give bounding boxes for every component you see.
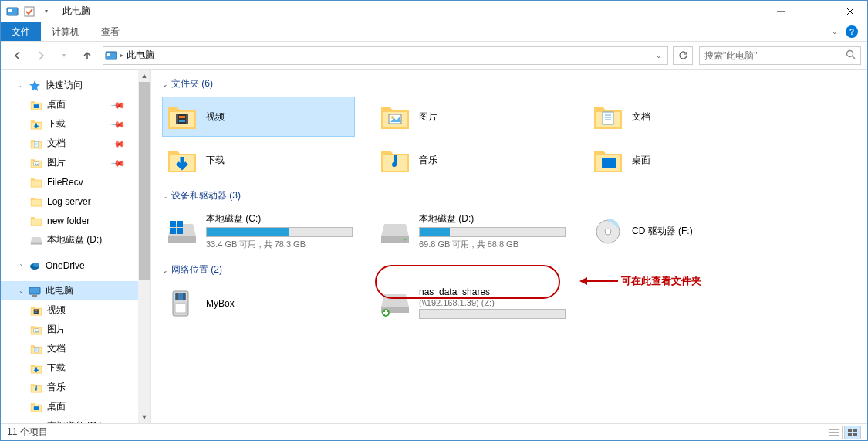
up-button[interactable] <box>76 46 98 66</box>
folder-tile[interactable]: 文档 <box>588 97 781 137</box>
downloads-icon <box>166 144 198 176</box>
network-tile[interactable]: nas_data_shares(\\192.168.1.39) (Z:) <box>375 283 568 324</box>
maximize-button[interactable] <box>798 1 833 22</box>
sidebar-item-folder[interactable]: FileRecv <box>1 172 138 192</box>
scroll-down-icon[interactable]: ▼ <box>138 411 150 423</box>
chevron-down-icon[interactable]: ⌄ <box>18 287 24 294</box>
sidebar-scrollbar[interactable]: ▲ ▼ <box>138 70 150 423</box>
folder-tile[interactable]: 音乐 <box>375 140 568 180</box>
sidebar-item-documents[interactable]: 文档 <box>1 339 138 358</box>
tab-computer[interactable]: 计算机 <box>41 22 90 41</box>
svg-point-18 <box>35 162 36 164</box>
netdrive-icon <box>379 287 411 320</box>
drive-label: CD 驱动器 (F:) <box>632 225 777 238</box>
sidebar-item-drive[interactable]: 本地磁盘 (D:) <box>1 230 138 249</box>
folder-tile[interactable]: 图片 <box>375 97 568 137</box>
view-details-button[interactable] <box>826 426 843 439</box>
sidebar-item-folder[interactable]: new folder <box>1 211 138 230</box>
title-bar: ▾ 此电脑 <box>1 1 867 22</box>
ribbon-expand-icon[interactable]: ⌄ <box>832 28 838 36</box>
sidebar-item-pictures[interactable]: 图片 <box>1 320 138 339</box>
folder-tile[interactable]: 桌面 <box>588 140 781 180</box>
search-box[interactable] <box>699 46 861 65</box>
pictures-icon <box>379 100 411 133</box>
chevron-right-icon[interactable]: › <box>18 262 24 269</box>
folder-tile[interactable]: 下载 <box>162 140 355 180</box>
sidebar-item-label: 文档 <box>47 137 108 150</box>
search-icon <box>846 49 856 62</box>
scroll-up-icon[interactable]: ▲ <box>138 70 150 82</box>
sidebar-onedrive[interactable]: › OneDrive <box>1 256 138 275</box>
svg-rect-75 <box>853 433 857 436</box>
sidebar-item-downloads[interactable]: 下载📌 <box>1 114 138 134</box>
network-label: nas_data_shares <box>419 287 566 297</box>
svg-rect-53 <box>177 221 183 227</box>
sidebar-item-music[interactable]: 音乐 <box>1 378 138 397</box>
status-text: 11 个项目 <box>7 426 48 439</box>
sidebar-item-documents[interactable]: 文档📌 <box>1 134 138 153</box>
sidebar-quick-access[interactable]: ⌄ 快速访问 <box>1 76 138 95</box>
network-tile[interactable]: MyBox <box>162 283 355 324</box>
sidebar-this-pc[interactable]: ⌄ 此电脑 <box>1 281 138 300</box>
sidebar-item-desktop[interactable]: 桌面 <box>1 397 138 416</box>
close-button[interactable] <box>833 1 867 22</box>
address-bar[interactable]: ▸ 此电脑 ⌄ <box>103 46 668 65</box>
chevron-down-icon[interactable]: ⌄ <box>162 266 168 274</box>
back-button[interactable] <box>7 46 29 66</box>
view-tiles-button[interactable] <box>844 426 861 439</box>
tab-file[interactable]: 文件 <box>1 22 41 41</box>
drive-tile[interactable]: CD 驱动器 (F:) <box>588 209 781 254</box>
sidebar-item-pictures[interactable]: 图片📌 <box>1 153 138 172</box>
svg-point-59 <box>605 229 611 235</box>
svg-line-10 <box>853 56 856 59</box>
recent-dropdown-icon[interactable]: ▾ <box>53 46 75 66</box>
tab-view[interactable]: 查看 <box>90 22 130 41</box>
sidebar-item-downloads[interactable]: 下载 <box>1 358 138 378</box>
group-header-network[interactable]: ⌄ 网络位置 (2) <box>162 263 864 276</box>
chevron-down-icon[interactable]: ⌄ <box>162 192 168 200</box>
downloads-icon <box>30 362 42 375</box>
chevron-down-icon[interactable]: ⌄ <box>162 80 168 88</box>
svg-rect-73 <box>853 429 857 432</box>
sidebar-item-folder[interactable]: Log server <box>1 192 138 211</box>
forward-button[interactable] <box>30 46 52 66</box>
folder-label: 下载 <box>206 154 351 167</box>
folder-icon <box>30 195 42 208</box>
network-grid: MyBoxnas_data_shares(\\192.168.1.39) (Z:… <box>162 283 864 324</box>
drive-tile[interactable]: 本地磁盘 (D:)69.8 GB 可用 , 共 88.8 GB <box>375 209 568 254</box>
sidebar-item-videos[interactable]: 视频 <box>1 300 138 320</box>
svg-rect-26 <box>34 309 35 314</box>
sidebar-item-label: 图片 <box>47 156 108 169</box>
quick-access-toolbar: ▾ 此电脑 <box>1 5 90 19</box>
drive-icon <box>30 234 42 246</box>
minimize-button[interactable] <box>763 1 798 22</box>
documents-icon <box>30 137 42 150</box>
sidebar-item-label: 下载 <box>47 117 108 131</box>
onedrive-icon <box>29 260 41 272</box>
breadcrumb-chevron-icon[interactable]: ▸ <box>120 52 123 59</box>
refresh-button[interactable] <box>673 46 693 65</box>
folder-tile[interactable]: 视频 <box>162 97 355 137</box>
group-header-drives[interactable]: ⌄ 设备和驱动器 (3) <box>162 189 864 202</box>
qat-dropdown-icon[interactable]: ▾ <box>39 5 53 19</box>
sidebar-item-drive[interactable]: 本地磁盘 (C:) <box>1 416 138 423</box>
search-input[interactable] <box>704 50 846 61</box>
svg-rect-27 <box>38 309 39 314</box>
svg-rect-1 <box>8 9 12 12</box>
sidebar-item-label: Log server <box>47 196 138 207</box>
qat-properties-icon[interactable] <box>22 5 36 19</box>
sidebar-item-desktop[interactable]: 桌面📌 <box>1 95 138 114</box>
sidebar-item-label: new folder <box>47 215 138 226</box>
group-header-folders[interactable]: ⌄ 文件夹 (6) <box>162 77 864 90</box>
cd-icon <box>592 215 624 248</box>
help-icon[interactable]: ? <box>846 25 858 38</box>
svg-point-31 <box>35 329 36 331</box>
drive-icon <box>30 420 42 424</box>
address-dropdown-icon[interactable]: ⌄ <box>652 52 666 59</box>
window-controls <box>763 1 867 22</box>
chevron-down-icon[interactable]: ⌄ <box>18 82 24 89</box>
drive-tile[interactable]: 本地磁盘 (C:)33.4 GB 可用 , 共 78.3 GB <box>162 209 355 254</box>
svg-rect-50 <box>602 158 616 168</box>
svg-rect-63 <box>183 293 185 300</box>
music-icon <box>379 144 411 176</box>
